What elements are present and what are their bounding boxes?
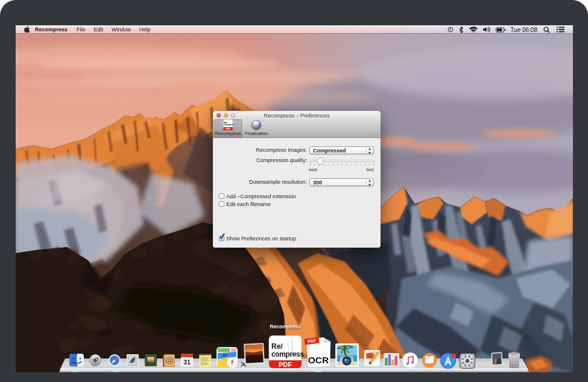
svg-text:best: best [367, 168, 374, 172]
svg-text:least: least [309, 168, 317, 172]
svg-text:compress: compress [224, 124, 233, 126]
svg-text:PDF: PDF [226, 127, 230, 130]
